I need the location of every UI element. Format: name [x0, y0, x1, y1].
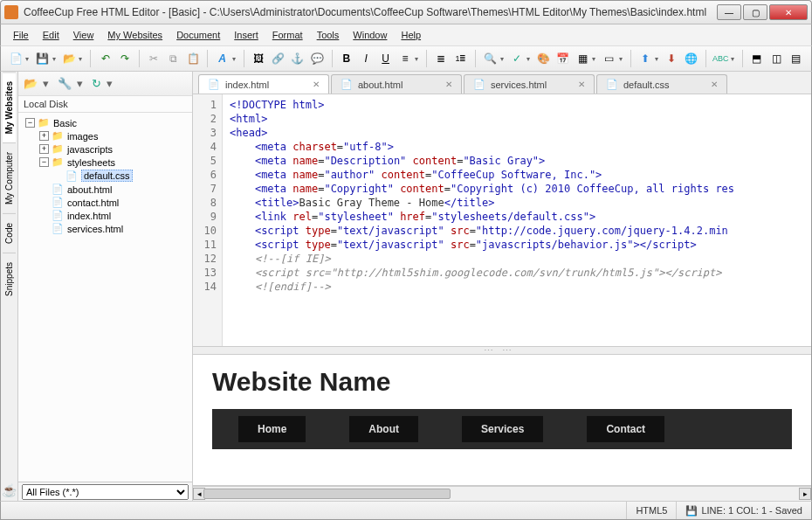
tree-toggle-icon[interactable]: − — [25, 118, 35, 128]
maximize-button[interactable] — [743, 4, 767, 20]
tab-services-html[interactable]: 📄services.html✕ — [464, 74, 595, 94]
comment-icon[interactable]: 💬 — [309, 50, 325, 67]
table-icon[interactable]: ▦ — [575, 50, 590, 67]
file-icon: 📄 — [52, 184, 64, 195]
menu-file[interactable]: File — [6, 28, 36, 42]
download-icon[interactable]: ⬇ — [664, 50, 679, 67]
menu-window[interactable]: Window — [346, 28, 394, 42]
file-filter-select[interactable]: All Files (*.*) — [22, 484, 189, 500]
tab-default-css[interactable]: 📄default.css✕ — [596, 74, 727, 94]
tree-label: stylesheets — [67, 157, 115, 168]
scroll-right-icon[interactable]: ▸ — [799, 488, 811, 500]
document-icon: 📄 — [208, 79, 220, 90]
folder-icon: 📁 — [52, 130, 64, 142]
preview-nav-about[interactable]: About — [349, 416, 418, 442]
sidebar-open-icon[interactable]: 📂 — [24, 77, 38, 90]
tab-close-icon[interactable]: ✕ — [445, 80, 452, 89]
statusbar: HTML5 💾LINE: 1 COL: 1 - Saved — [0, 501, 812, 520]
folder-icon: 📁 — [52, 143, 64, 155]
tab-close-icon[interactable]: ✕ — [578, 80, 585, 89]
menu-help[interactable]: Help — [394, 28, 428, 42]
menu-tools[interactable]: Tools — [310, 28, 347, 42]
close-button[interactable] — [769, 4, 808, 20]
tree-item-images[interactable]: +📁images — [22, 129, 192, 142]
document-icon: 📄 — [341, 79, 353, 90]
new-file-icon[interactable]: 📄 — [8, 50, 24, 67]
tree-toggle-icon[interactable]: + — [39, 144, 49, 154]
horizontal-splitter[interactable] — [193, 346, 811, 355]
horizontal-scrollbar[interactable]: ◂ ▸ — [193, 486, 811, 501]
list-ul-icon[interactable]: ≣ — [433, 50, 449, 67]
layout1-icon[interactable]: ⬒ — [748, 50, 764, 67]
preview-nav-services[interactable]: Services — [462, 416, 543, 442]
bold-icon[interactable]: B — [339, 50, 354, 67]
tree-label: about.html — [67, 184, 112, 195]
preview-nav-home[interactable]: Home — [238, 416, 306, 442]
tab-close-icon[interactable]: ✕ — [711, 80, 718, 89]
menu-format[interactable]: Format — [265, 28, 310, 42]
redo-icon[interactable]: ↷ — [117, 50, 133, 67]
tree-toggle-icon[interactable]: − — [39, 157, 49, 167]
folder-icon: 📁 — [52, 156, 64, 168]
menu-mywebsites[interactable]: My Websites — [100, 28, 169, 42]
open-folder-icon[interactable]: 📂 — [61, 50, 77, 67]
tree-item-contact-html[interactable]: 📄contact.html — [22, 196, 192, 209]
tree-item-stylesheets[interactable]: −📁stylesheets — [22, 156, 192, 169]
tree-label: index.html — [67, 211, 111, 221]
color-icon[interactable]: 🎨 — [535, 50, 551, 67]
tree-item-index-html[interactable]: 📄index.html — [22, 209, 192, 222]
preview-icon[interactable]: 🔍 — [482, 50, 498, 67]
sidebar-refresh-icon[interactable]: ↻ — [92, 77, 101, 90]
browser-icon[interactable]: ✓ — [509, 50, 525, 67]
scroll-thumb[interactable] — [203, 489, 451, 499]
tab-about-html[interactable]: 📄about.html✕ — [331, 74, 462, 94]
paste-icon[interactable]: 📋 — [185, 50, 201, 67]
tab-close-icon[interactable]: ✕ — [313, 80, 320, 89]
menu-document[interactable]: Document — [169, 28, 227, 42]
form-icon[interactable]: ▭ — [601, 50, 616, 67]
preview-navbar: Home About Services Contact — [212, 409, 792, 449]
italic-icon[interactable]: I — [358, 50, 374, 67]
upload-icon[interactable]: ⬆ — [637, 50, 653, 67]
tab-index-html[interactable]: 📄index.html✕ — [198, 74, 329, 94]
image-icon[interactable]: 🖼 — [251, 50, 266, 67]
file-tree: −📁Basic+📁images+📁javascripts−📁stylesheet… — [18, 113, 192, 482]
tab-label: index.html — [225, 80, 269, 90]
tree-toggle-icon[interactable]: + — [39, 131, 49, 141]
rail-tab-snippets[interactable]: Snippets — [3, 253, 16, 305]
save-icon[interactable]: 💾 — [34, 50, 50, 67]
layout2-icon[interactable]: ◫ — [768, 50, 784, 67]
anchor-icon[interactable]: ⚓ — [290, 50, 306, 67]
list-ol-icon[interactable]: 1≣ — [453, 50, 469, 67]
rail-tab-code[interactable]: Code — [3, 213, 16, 253]
tree-item-services-html[interactable]: 📄services.html — [22, 222, 192, 235]
file-icon: 📄 — [52, 197, 64, 208]
menu-edit[interactable]: Edit — [36, 28, 66, 42]
spellcheck-icon[interactable]: ABC — [712, 50, 729, 67]
font-icon[interactable]: A — [214, 50, 230, 67]
underline-icon[interactable]: U — [377, 50, 393, 67]
tree-item-about-html[interactable]: 📄about.html — [22, 183, 192, 196]
rail-tab-mycomputer[interactable]: My Computer — [3, 142, 16, 213]
document-icon: 📄 — [606, 79, 618, 90]
code-area[interactable]: <!DOCTYPE html> <html> <head> <meta char… — [223, 94, 811, 346]
sidebar-tools-icon[interactable]: 🔧 — [58, 77, 72, 90]
copy-icon[interactable]: ⧉ — [166, 50, 182, 67]
undo-icon[interactable]: ↶ — [97, 50, 113, 67]
tree-item-javascripts[interactable]: +📁javascripts — [22, 142, 192, 156]
rail-tab-mywebsites[interactable]: My Websites — [3, 72, 16, 142]
align-icon[interactable]: ≡ — [397, 50, 413, 67]
calendar-icon[interactable]: 📅 — [554, 50, 570, 67]
cut-icon[interactable]: ✂ — [146, 50, 162, 67]
layout3-icon[interactable]: ▤ — [788, 50, 803, 67]
link-icon[interactable]: 🔗 — [270, 50, 286, 67]
menu-view[interactable]: View — [66, 28, 101, 42]
tree-item-Basic[interactable]: −📁Basic — [22, 116, 192, 129]
tree-label: images — [67, 131, 98, 142]
globe-icon[interactable]: 🌐 — [684, 50, 699, 67]
menu-insert[interactable]: Insert — [227, 28, 265, 42]
preview-nav-contact[interactable]: Contact — [587, 416, 664, 442]
minimize-button[interactable] — [717, 4, 741, 20]
rail-bottom-icon[interactable]: ☕ — [0, 480, 20, 501]
tree-item-default-css[interactable]: 📄default.css — [22, 169, 192, 183]
